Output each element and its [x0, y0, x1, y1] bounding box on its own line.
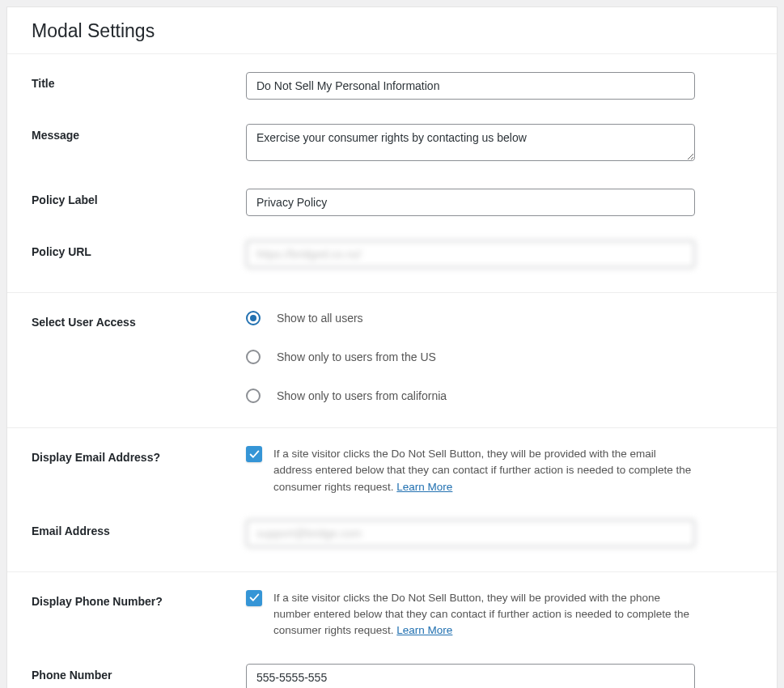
label-policy-url: Policy URL [32, 240, 246, 258]
modal-settings-panel: Modal Settings Title Message Policy Labe… [6, 6, 778, 688]
field-user-access: Select User Access Show to all users Sho… [32, 311, 752, 403]
radio-label: Show to all users [277, 312, 363, 325]
message-textarea[interactable] [246, 124, 695, 161]
section-phone: Display Phone Number? If a site visitor … [7, 571, 777, 688]
email-address-input[interactable] [246, 520, 695, 547]
display-phone-checkbox[interactable] [246, 590, 262, 606]
label-display-email: Display Email Address? [32, 446, 246, 464]
title-input[interactable] [246, 72, 695, 100]
learn-more-link[interactable]: Learn More [396, 481, 452, 493]
user-access-radio-group: Show to all users Show only to users fro… [246, 311, 695, 403]
field-policy-url: Policy URL [32, 240, 752, 268]
policy-label-input[interactable] [246, 189, 695, 216]
radio-all-users[interactable]: Show to all users [246, 311, 695, 325]
label-user-access: Select User Access [32, 311, 246, 329]
panel-header: Modal Settings [7, 7, 777, 53]
label-phone-number: Phone Number [32, 664, 246, 682]
radio-label: Show only to users from california [277, 389, 447, 402]
radio-icon [246, 350, 261, 364]
display-email-description: If a site visitor clicks the Do Not Sell… [273, 446, 695, 495]
label-title: Title [32, 72, 246, 90]
field-phone-number: Phone Number [32, 664, 752, 689]
section-email: Display Email Address? If a site visitor… [7, 427, 777, 571]
field-message: Message [32, 124, 752, 164]
display-phone-description: If a site visitor clicks the Do Not Sell… [273, 590, 695, 639]
label-policy-label: Policy Label [32, 189, 246, 206]
phone-number-input[interactable] [246, 664, 695, 689]
policy-url-input[interactable] [246, 240, 695, 268]
label-email-address: Email Address [32, 520, 246, 537]
radio-us-users[interactable]: Show only to users from the US [246, 350, 695, 364]
display-email-checkbox[interactable] [246, 446, 262, 462]
field-title: Title [32, 72, 752, 100]
field-display-phone: Display Phone Number? If a site visitor … [32, 590, 752, 639]
page-title: Modal Settings [32, 20, 752, 42]
section-basic: Title Message Policy Label Policy URL [7, 53, 777, 292]
checkmark-icon [249, 592, 260, 603]
radio-icon [246, 389, 261, 403]
checkmark-icon [249, 449, 260, 460]
section-user-access: Select User Access Show to all users Sho… [7, 292, 777, 427]
field-display-email: Display Email Address? If a site visitor… [32, 446, 752, 495]
label-message: Message [32, 124, 246, 142]
field-email-address: Email Address [32, 520, 752, 547]
field-policy-label: Policy Label [32, 189, 752, 216]
radio-california-users[interactable]: Show only to users from california [246, 389, 695, 403]
radio-icon [246, 311, 261, 325]
learn-more-link[interactable]: Learn More [396, 624, 452, 636]
radio-label: Show only to users from the US [277, 350, 436, 363]
label-display-phone: Display Phone Number? [32, 590, 246, 608]
